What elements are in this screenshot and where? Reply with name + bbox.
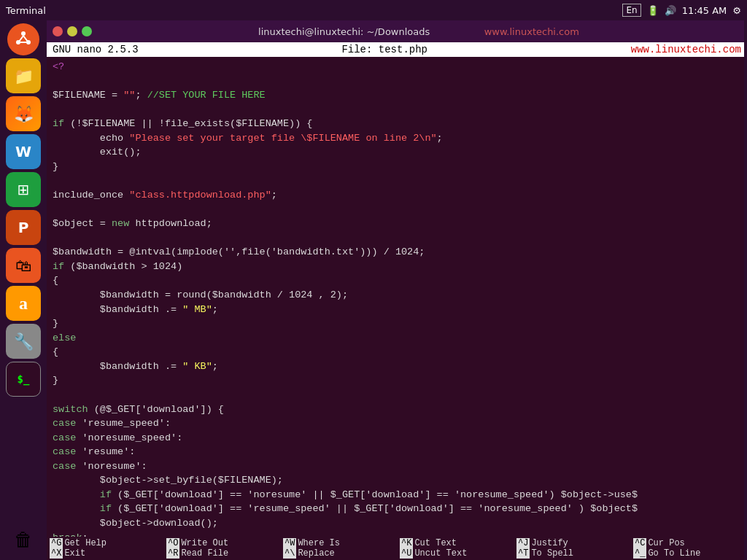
maximize-button[interactable] xyxy=(82,26,92,36)
shortcut-cur-pos[interactable]: ^C Cur Pos xyxy=(630,538,747,548)
code-line-20: else xyxy=(53,331,741,346)
title-url: www.linuxtechi.com xyxy=(484,26,579,37)
code-line-17: $bandwidth = round($bandwidth / 1024 , 2… xyxy=(53,288,741,303)
window-title: linuxtechi@linuxtechi: ~/Downloads www.l… xyxy=(96,26,741,37)
dock-amazon[interactable]: a xyxy=(6,286,41,321)
shortcut-label-where-is: Where Is xyxy=(298,538,340,548)
code-line-30: $object->set_byfile($FILENAME); xyxy=(53,473,741,488)
shortcut-key-go-to-line: ^_ xyxy=(633,548,646,559)
dock-firefox[interactable]: 🦊 xyxy=(6,96,41,131)
dock-settings[interactable]: 🔧 xyxy=(6,324,41,359)
code-line-7: exit(); xyxy=(53,145,741,160)
shortcut-label-to-spell: To Spell xyxy=(531,548,573,559)
code-line-5: if (!$FILENAME || !file_exists($FILENAME… xyxy=(53,117,741,131)
shortcut-key-get-help: ^G xyxy=(50,538,63,548)
code-line-31: if ($_GET['download'] == 'noresume' || $… xyxy=(53,488,741,502)
shortcut-label-cut-text: Cut Text xyxy=(414,538,457,548)
shortcut-label-uncut-text: Uncut Text xyxy=(414,548,467,559)
shortcut-key-cut-text: ^K xyxy=(400,538,413,548)
shortcut-read-file[interactable]: ^R Read File xyxy=(163,548,280,559)
shortcut-row-1: ^G Get Help ^O Write Out ^W Where Is ^K … xyxy=(47,538,747,548)
shortcut-label-replace: Replace xyxy=(298,548,334,559)
right-handle xyxy=(744,20,747,560)
shortcut-go-to-line[interactable]: ^_ Go To Line xyxy=(630,548,747,559)
shortcut-to-spell[interactable]: ^T To Spell xyxy=(514,548,630,559)
code-line-32: if ($_GET['download'] == 'resume_speed' … xyxy=(53,502,741,516)
code-line-15: if ($bandwidth > 1024) xyxy=(53,260,741,274)
dock-files[interactable]: 📁 xyxy=(6,58,41,93)
shortcut-exit[interactable]: ^X Exit xyxy=(47,548,163,559)
shortcut-label-read-file: Read File xyxy=(181,548,228,559)
dock-trash[interactable]: 🗑 xyxy=(6,522,41,557)
shortcut-uncut-text[interactable]: ^U Uncut Text xyxy=(397,548,514,559)
shortcut-label-cur-pos: Cur Pos xyxy=(648,538,684,548)
code-line-9 xyxy=(53,174,741,189)
code-line-26: case 'resume_speed': xyxy=(53,416,741,431)
shortcut-label-get-help: Get Help xyxy=(64,538,107,548)
shortcut-get-help[interactable]: ^G Get Help xyxy=(47,538,163,548)
code-line-8: } xyxy=(53,160,741,174)
dock-software[interactable]: 🛍 xyxy=(6,248,41,283)
code-line-6: echo "Please set your target file \$FILE… xyxy=(53,131,741,146)
code-line-33: $object->download(); xyxy=(53,516,741,531)
code-line-19: } xyxy=(53,316,741,331)
keyboard-layout: En xyxy=(622,4,640,17)
shortcut-label-go-to-line: Go To Line xyxy=(648,548,700,559)
code-line-21: { xyxy=(53,345,741,359)
shortcut-key-write-out: ^O xyxy=(166,538,179,548)
code-line-4 xyxy=(53,103,741,117)
code-line-22: $bandwidth .= " KB"; xyxy=(53,359,741,374)
code-line-28: case 'resume': xyxy=(53,445,741,459)
system-bar-right: En 🔋 🔊 11:45 AM ⚙ xyxy=(622,4,741,17)
code-line-29: case 'noresume': xyxy=(53,459,741,474)
nano-version: GNU nano 2.5.3 xyxy=(53,44,139,55)
nano-header: GNU nano 2.5.3 File: test.php www.linuxt… xyxy=(47,42,747,57)
nano-header-url: www.linuxtechi.com xyxy=(631,44,741,55)
dock: 📁 🦊 W ⊞ P 🛍 a 🔧 $_ 🗑 xyxy=(0,20,47,560)
dock-impress[interactable]: P xyxy=(6,210,41,245)
code-line-12: $object = new httpdownload; xyxy=(53,217,741,231)
ubuntu-icon xyxy=(12,28,35,51)
shortcut-cut-text[interactable]: ^K Cut Text xyxy=(397,538,514,548)
shortcut-label-exit: Exit xyxy=(64,548,85,559)
dock-writer[interactable]: W xyxy=(6,134,41,169)
system-bar: Terminal En 🔋 🔊 11:45 AM ⚙ xyxy=(0,0,747,20)
shortcut-where-is[interactable]: ^W Where Is xyxy=(280,538,397,548)
nano-footer: ^G Get Help ^O Write Out ^W Where Is ^K … xyxy=(47,537,747,560)
shortcut-key-replace: ^\ xyxy=(283,548,296,559)
code-line-25: switch (@$_GET['download']) { xyxy=(53,402,741,417)
code-line-1: <? xyxy=(53,60,741,74)
code-line-13 xyxy=(53,231,741,246)
system-bar-left: Terminal xyxy=(6,5,46,16)
close-button[interactable] xyxy=(53,26,63,36)
shortcut-replace[interactable]: ^\ Replace xyxy=(280,548,397,559)
code-area[interactable]: <? $FILENAME = ""; //SET YOUR FILE HERE … xyxy=(47,57,747,537)
shortcut-key-to-spell: ^T xyxy=(516,548,530,559)
shortcut-label-justify: Justify xyxy=(531,538,568,548)
dock-terminal[interactable]: $_ xyxy=(6,362,41,397)
shortcut-key-exit: ^X xyxy=(50,548,63,559)
code-line-23: } xyxy=(53,373,741,388)
app-name: Terminal xyxy=(6,5,46,16)
dock-calc[interactable]: ⊞ xyxy=(6,172,41,207)
battery-icon: 🔋 xyxy=(647,5,659,16)
code-line-3: $FILENAME = ""; //SET YOUR FILE HERE xyxy=(53,88,741,103)
code-line-14: $bandwidth = @intval(implode('',file('ba… xyxy=(53,245,741,260)
clock: 11:45 AM xyxy=(682,5,727,16)
shortcut-key-where-is: ^W xyxy=(283,538,296,548)
shortcut-write-out[interactable]: ^O Write Out xyxy=(163,538,280,548)
code-line-2 xyxy=(53,74,741,89)
shortcut-justify[interactable]: ^J Justify xyxy=(514,538,630,548)
nano-filename: File: test.php xyxy=(341,44,427,55)
dock-ubuntu[interactable] xyxy=(7,23,39,55)
shortcut-row-2: ^X Exit ^R Read File ^\ Replace ^U Uncut… xyxy=(47,548,747,559)
code-line-24 xyxy=(53,388,741,402)
minimize-button[interactable] xyxy=(67,26,77,36)
shortcut-key-read-file: ^R xyxy=(166,548,179,559)
shortcut-key-uncut-text: ^U xyxy=(400,548,413,559)
title-bar: linuxtechi@linuxtechi: ~/Downloads www.l… xyxy=(47,20,747,42)
code-line-34: break; xyxy=(53,531,741,537)
terminal-window: linuxtechi@linuxtechi: ~/Downloads www.l… xyxy=(47,20,747,560)
code-line-10: include_once "class.httpdownload.php"; xyxy=(53,188,741,203)
svg-point-1 xyxy=(21,31,26,36)
